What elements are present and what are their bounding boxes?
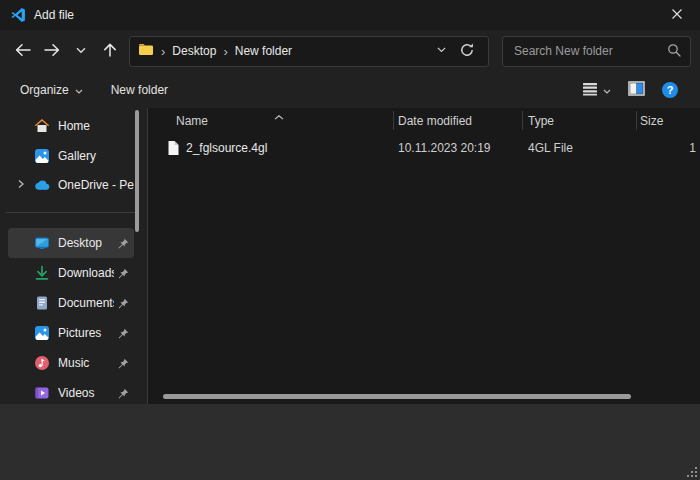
chevron-down-icon xyxy=(436,44,447,58)
navigation-pane: Home Gallery OneDrive - Perso Desktop xyxy=(0,108,147,404)
file-type: 4GL File xyxy=(528,141,573,155)
change-view-button[interactable] xyxy=(582,82,611,99)
folder-icon xyxy=(138,43,154,59)
file-size: 1 xyxy=(689,141,696,155)
new-folder-button[interactable]: New folder xyxy=(111,83,168,97)
close-button[interactable] xyxy=(654,0,700,30)
file-date-modified: 10.11.2023 20:19 xyxy=(398,141,491,155)
column-header-date-modified[interactable]: Date modified xyxy=(398,114,472,128)
caret-down-icon xyxy=(75,83,83,97)
sidebar-item-documents[interactable]: Documents xyxy=(8,288,134,318)
file-icon xyxy=(166,140,180,159)
downloads-icon xyxy=(34,265,50,281)
add-file-dialog: Add file › Desktop › New folder xyxy=(0,0,700,480)
preview-pane-icon xyxy=(628,85,645,99)
column-resize-handle[interactable] xyxy=(393,111,394,130)
sidebar-item-desktop[interactable]: Desktop xyxy=(8,228,134,258)
window-title: Add file xyxy=(34,8,74,22)
list-header: Name Date modified Type Size xyxy=(148,108,700,134)
music-icon xyxy=(34,355,50,371)
sort-ascending-icon xyxy=(274,109,284,123)
column-header-type[interactable]: Type xyxy=(528,114,554,128)
refresh-button[interactable] xyxy=(454,38,480,64)
pin-icon[interactable] xyxy=(118,388,129,399)
sidebar-item-onedrive[interactable]: OneDrive - Perso xyxy=(8,170,134,200)
videos-icon xyxy=(34,385,50,401)
navigation-bar: › Desktop › New folder xyxy=(0,30,700,72)
command-toolbar: Organize New folder ? xyxy=(0,72,700,108)
search-icon xyxy=(667,43,681,60)
organize-label: Organize xyxy=(20,83,69,97)
vscode-icon xyxy=(10,7,26,23)
chevron-down-icon xyxy=(75,44,87,59)
new-folder-label: New folder xyxy=(111,83,168,97)
column-header-size[interactable]: Size xyxy=(640,114,663,128)
breadcrumb-new-folder[interactable]: New folder xyxy=(235,44,292,58)
refresh-icon xyxy=(459,42,475,61)
file-row[interactable]: 2_fglsource.4gl 10.11.2023 20:19 4GL Fil… xyxy=(148,136,700,162)
details-view-icon xyxy=(582,82,598,99)
breadcrumb-separator: › xyxy=(223,45,227,58)
titlebar: Add file xyxy=(0,0,700,30)
help-icon: ? xyxy=(667,84,674,96)
breadcrumb-separator: › xyxy=(161,45,165,58)
address-dropdown-button[interactable] xyxy=(428,38,454,64)
close-icon xyxy=(671,8,683,23)
documents-icon xyxy=(34,295,50,311)
pictures-icon xyxy=(34,325,50,341)
horizontal-scrollbar[interactable] xyxy=(163,394,631,399)
onedrive-icon xyxy=(34,179,50,191)
resize-grip[interactable] xyxy=(687,467,697,477)
sidebar-scrollbar[interactable] xyxy=(135,110,139,232)
column-header-name[interactable]: Name xyxy=(176,114,208,128)
column-resize-handle[interactable] xyxy=(636,111,637,130)
sidebar-item-pictures[interactable]: Pictures xyxy=(8,318,134,348)
recent-locations-button[interactable] xyxy=(66,36,95,66)
sidebar-item-home[interactable]: Home xyxy=(8,111,134,141)
column-resize-handle[interactable] xyxy=(522,111,523,130)
pin-icon[interactable] xyxy=(118,268,129,279)
caret-down-icon xyxy=(603,83,611,97)
home-icon xyxy=(34,118,50,134)
forward-button[interactable] xyxy=(37,36,66,66)
pin-icon[interactable] xyxy=(118,238,129,249)
up-arrow-icon xyxy=(102,42,118,61)
pin-icon[interactable] xyxy=(118,298,129,309)
address-bar[interactable]: › Desktop › New folder xyxy=(129,36,489,67)
dialog-footer: File name: 4GL Files (*.4gl) Add Cancel xyxy=(0,404,700,480)
desktop-icon xyxy=(34,235,50,251)
organize-button[interactable]: Organize xyxy=(20,83,83,97)
up-button[interactable] xyxy=(95,36,124,66)
file-list: Name Date modified Type Size 2_fglsource… xyxy=(148,108,700,404)
back-icon xyxy=(14,42,32,61)
forward-icon xyxy=(43,42,61,61)
chevron-right-icon[interactable] xyxy=(16,178,26,192)
preview-pane-button[interactable] xyxy=(628,81,645,99)
search-box xyxy=(502,36,691,67)
sidebar-separator xyxy=(6,212,137,213)
help-button[interactable]: ? xyxy=(662,82,678,98)
search-input[interactable] xyxy=(512,43,667,59)
back-button[interactable] xyxy=(8,36,37,66)
gallery-icon xyxy=(34,148,50,164)
sidebar-item-music[interactable]: Music xyxy=(8,348,134,378)
pin-icon[interactable] xyxy=(118,358,129,369)
pin-icon[interactable] xyxy=(118,328,129,339)
file-name: 2_fglsource.4gl xyxy=(186,141,267,155)
sidebar-item-downloads[interactable]: Downloads xyxy=(8,258,134,288)
sidebar-item-gallery[interactable]: Gallery xyxy=(8,141,134,171)
breadcrumb-desktop[interactable]: Desktop xyxy=(172,44,216,58)
